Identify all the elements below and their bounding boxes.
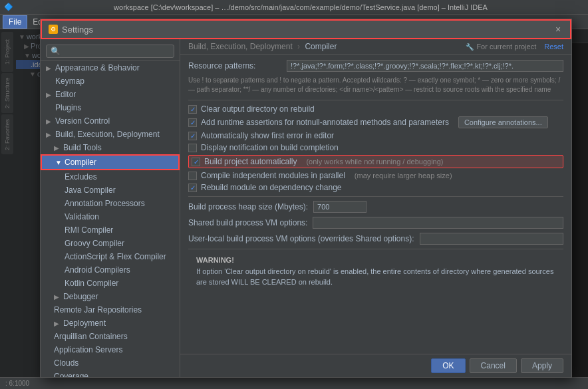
stree-remote-jar[interactable]: Remote Jar Repositories	[41, 303, 180, 317]
side-tab-favorites[interactable]: 2: Favorites	[1, 114, 13, 154]
stree-label-java-compiler: Java Compiler	[65, 186, 116, 195]
dialog-close-button[interactable]: ×	[553, 24, 563, 35]
breadcrumb-bar: Build, Execution, Deployment › Compiler …	[180, 39, 571, 55]
checkbox-rebuild[interactable]	[188, 184, 197, 192]
stree-label-build-exec: Build, Execution, Deployment	[55, 130, 160, 139]
heap-size-label: Build process heap size (Mbytes):	[188, 202, 308, 211]
stree-annotation[interactable]: Annotation Processors	[41, 197, 180, 210]
user-vm-input[interactable]	[420, 233, 564, 245]
shared-vm-input[interactable]	[313, 217, 563, 229]
stree-label-editor: Editor	[55, 90, 76, 99]
checkbox-parallel[interactable]	[188, 172, 197, 180]
arrow-debugger: ▶	[54, 293, 61, 301]
checkbox-clear-output-row: Clear output directory on rebuild	[188, 104, 563, 114]
configure-annotations-button[interactable]: Configure annotations...	[458, 116, 548, 128]
stree-build-exec[interactable]: ▶ Build, Execution, Deployment	[41, 128, 180, 141]
stree-app-servers[interactable]: Application Servers	[41, 343, 180, 356]
checkbox-runtime[interactable]	[188, 118, 197, 127]
stree-label-arquillian: Arquillian Containers	[54, 332, 128, 341]
breadcrumb-active-text: Compiler	[305, 42, 337, 51]
resource-patterns-row: Resource patterns:	[188, 60, 563, 72]
checkbox-notification-row: Display notification on build completion	[188, 143, 563, 152]
ok-button[interactable]: OK	[431, 358, 465, 373]
settings-search-input[interactable]	[61, 47, 170, 56]
dialog-footer: OK Cancel Apply	[180, 354, 571, 377]
for-current-project-tab[interactable]: 🔧 For current project	[466, 43, 536, 51]
arrow-build-exec: ▶	[46, 131, 53, 138]
ide-title: workspace [C:\dev\workspace] – …/demo/sr…	[17, 3, 584, 11]
resource-patterns-input[interactable]	[287, 60, 563, 72]
checkbox-notification[interactable]	[188, 144, 197, 152]
stree-label-deployment: Deployment	[63, 319, 106, 328]
side-tab-project[interactable]: 1: Project	[1, 32, 13, 72]
checkbox-first-error-row: Automatically show first error in editor	[188, 131, 563, 140]
checkbox-build-auto[interactable]	[192, 158, 200, 166]
status-text: : 6:1000	[5, 380, 29, 387]
stree-deployment[interactable]: ▶ Deployment	[41, 317, 180, 330]
menu-file[interactable]: File	[3, 15, 27, 29]
search-input-wrap[interactable]: 🔍	[46, 45, 174, 58]
checkbox-parallel-row: Compile independent modules in parallel …	[188, 171, 563, 180]
stree-label-clouds: Clouds	[54, 358, 78, 368]
side-tabs-left: 1: Project 2: Structure 2: Favorites	[0, 29, 15, 389]
stree-clouds[interactable]: Clouds	[41, 356, 180, 370]
checkbox-build-auto-label: Build project automatically	[204, 157, 297, 166]
checkbox-parallel-note: (may require larger heap size)	[355, 172, 452, 180]
stree-kotlin[interactable]: Kotlin Compiler	[41, 277, 180, 290]
stree-label-build-tools: Build Tools	[63, 143, 102, 152]
stree-label-compiler: Compiler	[65, 158, 96, 167]
stree-label-validation: Validation	[65, 212, 99, 221]
checkbox-clear-output[interactable]	[188, 105, 197, 114]
stree-label-remote-jar: Remote Jar Repositories	[54, 305, 142, 315]
stree-keymap[interactable]: Keymap	[41, 74, 180, 88]
breadcrumb-right: 🔧 For current project Reset	[466, 43, 563, 51]
checkbox-runtime-label: Add runtime assertions for notnull-annot…	[201, 118, 449, 127]
stree-coverage[interactable]: Coverage	[41, 370, 180, 377]
checkbox-first-error[interactable]	[188, 132, 197, 140]
dialog-titlebar: ⚙ Settings ×	[41, 19, 571, 39]
stree-debugger[interactable]: ▶ Debugger	[41, 290, 180, 303]
stree-appearance[interactable]: ▶ Appearance & Behavior	[41, 61, 180, 74]
reset-link[interactable]: Reset	[544, 43, 563, 51]
arrow-deployment: ▶	[54, 320, 61, 327]
stree-label-rmi: RMI Compiler	[65, 225, 113, 235]
stree-arquillian[interactable]: Arquillian Containers	[41, 330, 180, 343]
stree-label-app-servers: Application Servers	[54, 345, 122, 354]
checkbox-clear-output-label: Clear output directory on rebuild	[201, 104, 315, 114]
settings-content-panel: Build, Execution, Deployment › Compiler …	[180, 39, 571, 377]
warning-box: WARNING! If option 'Clear output directo…	[188, 249, 563, 293]
ide-app-icon: 🔷	[4, 3, 13, 11]
stree-version-control[interactable]: ▶ Version Control	[41, 114, 180, 128]
stree-android[interactable]: Android Compilers	[41, 263, 180, 277]
warning-title: WARNING!	[196, 255, 555, 266]
side-tab-structure[interactable]: 2: Structure	[1, 73, 13, 113]
arrow-build-tools: ▶	[54, 144, 61, 152]
settings-dialog: ⚙ Settings × 🔍 ▶ Appearance & Behavior K…	[40, 19, 572, 378]
helper-text: Use ! to separate patterns and ! to nega…	[188, 76, 563, 94]
checkbox-rebuild-label: Rebuild module on dependency change	[201, 183, 342, 192]
arrow-appearance: ▶	[46, 65, 53, 72]
stree-compiler[interactable]: ▼ Compiler	[41, 154, 180, 170]
arrow-version-control: ▶	[46, 118, 53, 125]
stree-excludes[interactable]: Excludes	[41, 170, 180, 184]
stree-validation[interactable]: Validation	[41, 210, 180, 223]
apply-button[interactable]: Apply	[521, 358, 563, 373]
resource-patterns-label: Resource patterns:	[188, 61, 281, 70]
stree-label-appearance: Appearance & Behavior	[55, 63, 140, 72]
warning-text: If option 'Clear output directory on reb…	[196, 266, 555, 288]
stree-actionscript[interactable]: ActionScript & Flex Compiler	[41, 250, 180, 263]
stree-java-compiler[interactable]: Java Compiler	[41, 184, 180, 197]
arrow-compiler: ▼	[55, 159, 62, 166]
divider-2	[188, 196, 563, 197]
stree-plugins[interactable]: Plugins	[41, 101, 180, 114]
stree-build-tools[interactable]: ▶ Build Tools	[41, 141, 180, 154]
stree-label-coverage: Coverage	[54, 372, 88, 377]
stree-label-keymap: Keymap	[55, 76, 84, 86]
stree-rmi[interactable]: RMI Compiler	[41, 223, 180, 237]
stree-groovy[interactable]: Groovy Compiler	[41, 237, 180, 250]
stree-editor[interactable]: ▶ Editor	[41, 88, 180, 101]
heap-size-input[interactable]	[313, 201, 367, 213]
stree-label-annotation: Annotation Processors	[65, 199, 145, 208]
cancel-button[interactable]: Cancel	[470, 358, 517, 373]
shared-vm-row: Shared build process VM options:	[188, 217, 563, 229]
